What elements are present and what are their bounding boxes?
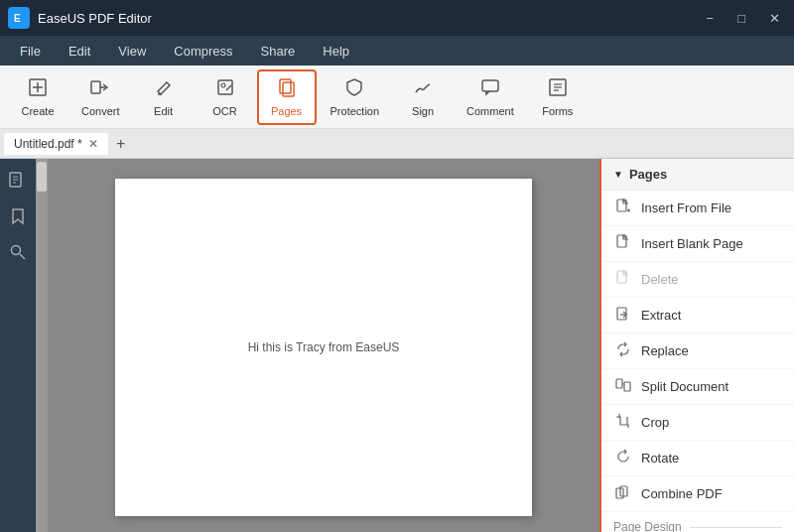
sidebar-search[interactable] [4, 238, 32, 266]
add-tab-button[interactable]: + [110, 133, 132, 155]
edit-label: Edit [154, 105, 173, 117]
panel-delete: Delete [601, 262, 794, 298]
panel-replace[interactable]: Replace [601, 333, 794, 369]
crop-label: Crop [641, 415, 669, 430]
combine-pdf-icon [615, 484, 633, 503]
combine-pdf-label: Combine PDF [641, 486, 723, 501]
toolbar: Create Convert Edit OCR Pages Protection [0, 66, 794, 129]
sign-icon [413, 77, 433, 102]
tab-untitled[interactable]: Untitled.pdf * ✕ [4, 133, 108, 155]
toolbar-comment[interactable]: Comment [455, 69, 526, 125]
panel-crop[interactable]: Crop [601, 405, 794, 441]
toolbar-forms[interactable]: Forms [528, 69, 588, 125]
scroll-thumb[interactable] [37, 162, 47, 192]
page-design-label: Page Design [613, 520, 682, 532]
panel-combine-pdf[interactable]: Combine PDF [601, 476, 794, 512]
svg-rect-5 [91, 81, 100, 93]
extract-icon [615, 306, 633, 325]
rotate-icon [615, 449, 633, 467]
sidebar-bookmark[interactable] [4, 202, 32, 230]
forms-icon [548, 77, 568, 102]
menu-help[interactable]: Help [311, 40, 361, 63]
svg-rect-32 [624, 382, 630, 391]
title-bar-controls: − □ ✕ [701, 9, 786, 28]
svg-rect-13 [482, 80, 498, 91]
pdf-viewer[interactable]: Hi this is Tracy from EaseUS [48, 159, 599, 532]
pages-icon [277, 77, 297, 102]
menu-bar: File Edit View Compress Share Help [0, 36, 794, 66]
pages-label: Pages [271, 105, 302, 117]
forms-label: Forms [542, 105, 573, 117]
protection-icon [344, 77, 364, 102]
create-label: Create [21, 105, 54, 117]
app-title: EaseUS PDF Editor [38, 11, 152, 26]
rotate-label: Rotate [641, 451, 679, 466]
tab-bar: Untitled.pdf * ✕ + [0, 129, 794, 159]
tab-close-button[interactable]: ✕ [88, 137, 98, 151]
main-area: Hi this is Tracy from EaseUS ▼ Pages Ins… [0, 159, 794, 532]
svg-rect-31 [616, 379, 622, 388]
toolbar-create[interactable]: Create [8, 69, 67, 125]
edit-icon [154, 77, 174, 102]
pdf-text-content: Hi this is Tracy from EaseUS [248, 340, 400, 354]
toolbar-protection[interactable]: Protection [319, 69, 392, 125]
insert-blank-page-icon [615, 234, 633, 253]
right-panel: ▼ Pages Insert From File Insert Blank Pa… [599, 159, 794, 532]
page-design-header: Page Design [601, 512, 794, 532]
panel-rotate[interactable]: Rotate [601, 441, 794, 476]
convert-label: Convert [81, 105, 120, 117]
svg-line-10 [226, 85, 231, 90]
svg-text:E: E [14, 13, 21, 24]
pdf-page: Hi this is Tracy from EaseUS [115, 179, 532, 516]
tab-label: Untitled.pdf * [14, 137, 82, 151]
menu-view[interactable]: View [106, 40, 158, 63]
protection-label: Protection [331, 105, 380, 117]
svg-rect-11 [280, 79, 291, 93]
insert-blank-page-label: Insert Blank Page [641, 236, 743, 251]
ocr-label: OCR [212, 105, 236, 117]
sidebar-pages-thumb[interactable] [4, 167, 32, 195]
menu-file[interactable]: File [8, 40, 53, 63]
close-button[interactable]: ✕ [763, 9, 786, 28]
split-document-icon [615, 377, 633, 396]
toolbar-convert[interactable]: Convert [69, 69, 132, 125]
left-sidebar [0, 159, 36, 532]
toolbar-edit[interactable]: Edit [134, 69, 194, 125]
panel-extract[interactable]: Extract [601, 298, 794, 333]
minimize-button[interactable]: − [701, 9, 721, 28]
extract-label: Extract [641, 308, 681, 323]
panel-section-chevron: ▼ [613, 169, 623, 180]
svg-point-9 [221, 83, 225, 87]
maximize-button[interactable]: □ [731, 9, 751, 28]
replace-icon [615, 341, 633, 360]
replace-label: Replace [641, 343, 689, 358]
menu-edit[interactable]: Edit [57, 40, 102, 63]
menu-compress[interactable]: Compress [162, 40, 244, 63]
panel-insert-blank-page[interactable]: Insert Blank Page [601, 226, 794, 262]
delete-icon [615, 270, 633, 289]
insert-from-file-icon [615, 199, 633, 217]
crop-icon [615, 413, 633, 432]
svg-point-22 [12, 246, 21, 255]
split-document-label: Split Document [641, 379, 728, 394]
svg-line-23 [20, 254, 25, 259]
ocr-icon [215, 77, 235, 102]
app-logo: E [8, 7, 30, 29]
panel-split-document[interactable]: Split Document [601, 369, 794, 405]
title-bar: E EaseUS PDF Editor − □ ✕ [0, 0, 794, 36]
convert-icon [90, 77, 110, 102]
insert-from-file-label: Insert From File [641, 200, 731, 215]
vertical-scrollbar[interactable] [36, 159, 48, 532]
sign-label: Sign [412, 105, 434, 117]
svg-rect-12 [283, 82, 294, 96]
comment-label: Comment [466, 105, 514, 117]
toolbar-pages[interactable]: Pages [257, 69, 317, 125]
toolbar-sign[interactable]: Sign [393, 69, 453, 125]
panel-section-header: ▼ Pages [601, 159, 794, 191]
panel-insert-from-file[interactable]: Insert From File [601, 191, 794, 226]
title-bar-left: E EaseUS PDF Editor [8, 7, 152, 29]
delete-label: Delete [641, 272, 679, 287]
comment-icon [480, 77, 500, 102]
toolbar-ocr[interactable]: OCR [196, 69, 255, 125]
menu-share[interactable]: Share [249, 40, 308, 63]
